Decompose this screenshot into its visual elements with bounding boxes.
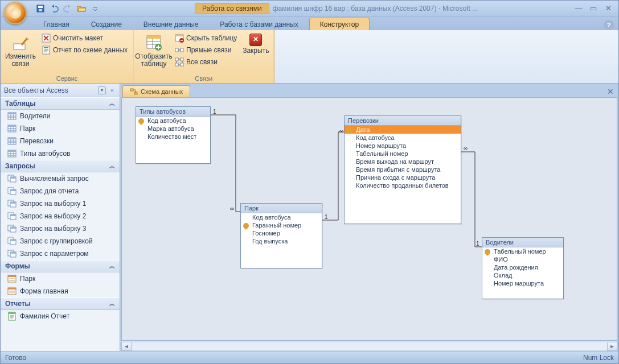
scroll-track[interactable]	[132, 342, 607, 351]
show-table-label: Отобразить таблицу	[135, 53, 172, 68]
nav-item-query[interactable]: Запрос на выборку 3	[1, 222, 120, 235]
table-field[interactable]: Код автобуса	[241, 213, 322, 221]
nav-item-query[interactable]: Запрос для отчета	[1, 185, 120, 197]
show-table-button[interactable]: Отобразить таблицу	[137, 32, 170, 69]
group-relationships-label: Связи	[137, 75, 270, 83]
nav-item-query[interactable]: Вычисляемый запрос	[1, 172, 120, 185]
table-icon	[7, 149, 17, 158]
nav-item-table[interactable]: Типы автобусов	[1, 147, 120, 160]
table-field[interactable]: Табельный номер	[345, 150, 461, 158]
ribbon-contextual: Изменить связи Очистить макет Отчет по с…	[1, 30, 274, 83]
table-field[interactable]: Номер маршрута	[482, 279, 563, 287]
table-field[interactable]: Количество мест	[136, 133, 210, 140]
query-icon	[7, 224, 17, 233]
table-title: Типы автобусов	[136, 107, 210, 117]
tab-database-tools[interactable]: Работа с базами данных	[209, 18, 309, 30]
close-relationships-button[interactable]: ✕ Закрыть	[241, 32, 270, 56]
table-bus-types[interactable]: Типы автобусов Код автобуса Марка автобу…	[136, 106, 211, 164]
qat-more-icon[interactable]	[89, 3, 101, 14]
nav-section-tables[interactable]: Таблицы︽	[1, 97, 120, 110]
nav-item-label: Вычисляемый запрос	[20, 175, 89, 183]
nav-section-queries[interactable]: Запросы︽	[1, 160, 120, 172]
ribbon: Изменить связи Очистить макет Отчет по с…	[1, 30, 618, 84]
table-field[interactable]: Марка автобуса	[136, 125, 210, 133]
table-field[interactable]: Время выхода на маршрут	[345, 158, 461, 166]
table-field[interactable]: Табельный номер	[482, 247, 563, 255]
table-field[interactable]: Оклад	[482, 271, 563, 279]
relationships-canvas[interactable]: 1∞ 1∞ ∞1 Типы автобусов Код автобуса Мар…	[121, 97, 617, 341]
tab-create[interactable]: Создание	[80, 18, 133, 30]
open-folder-icon[interactable]	[76, 3, 87, 14]
svg-rect-11	[175, 35, 183, 36]
edit-relationships-button[interactable]: Изменить связи	[4, 32, 37, 69]
minimize-button[interactable]: —	[572, 3, 585, 14]
horizontal-scrollbar[interactable]: ◄ ►	[121, 341, 617, 351]
nav-section-tables-label: Таблицы	[5, 100, 35, 107]
table-title: Водители	[482, 238, 563, 247]
table-field[interactable]: Дата рождения	[482, 263, 563, 271]
table-field[interactable]: Причина схода с маршрута	[345, 173, 461, 181]
svg-rect-13	[175, 48, 178, 52]
table-field[interactable]: Дата	[345, 126, 461, 134]
doc-tab-relationships[interactable]: Схема данных	[122, 85, 190, 97]
nav-item-query[interactable]: Запрос на выборку 1	[1, 197, 120, 210]
nav-item-label: Запрос с параметром	[20, 250, 89, 258]
nav-item-query[interactable]: Запрос с группировкой	[1, 235, 120, 247]
relationship-report-button[interactable]: Отчет по схеме данных	[39, 44, 130, 56]
document-tabs: Схема данных ✕	[120, 84, 618, 97]
office-button[interactable]	[4, 2, 27, 24]
nav-item-query[interactable]: Запрос на выборку 2	[1, 210, 120, 222]
tab-home[interactable]: Главная	[32, 18, 80, 30]
table-field[interactable]: ФИО	[482, 255, 563, 263]
table-field[interactable]: Время прибытия с маршрута	[345, 166, 461, 173]
nav-item-report[interactable]: Фамилия Отчет	[1, 310, 120, 322]
nav-item-form[interactable]: Парк	[1, 272, 120, 285]
table-field[interactable]: Номер маршрута	[345, 142, 461, 150]
doc-close-button[interactable]: ✕	[605, 86, 616, 97]
table-field[interactable]: Код автобуса	[345, 134, 461, 142]
nav-item-label: Запрос на выборку 1	[20, 200, 86, 208]
svg-rect-49	[8, 275, 16, 277]
tab-external-data[interactable]: Внешние данные	[133, 18, 210, 30]
save-icon[interactable]	[35, 3, 46, 14]
svg-rect-6	[44, 47, 48, 48]
table-park[interactable]: Парк Код автобуса Гаражный номер Госноме…	[240, 203, 322, 268]
hide-table-button[interactable]: Скрыть таблицу	[173, 32, 239, 44]
nav-dropdown-icon[interactable]: ▾	[98, 86, 106, 94]
nav-item-query[interactable]: Запрос с параметром	[1, 247, 120, 260]
edit-relationships-label: Изменить связи	[5, 53, 36, 68]
scroll-left-icon[interactable]: ◄	[121, 342, 132, 351]
table-field[interactable]: Гаражный номер	[241, 221, 322, 229]
show-table-icon	[145, 34, 163, 52]
table-field[interactable]: Код автобуса	[136, 117, 210, 125]
nav-item-label: Фамилия Отчет	[20, 312, 69, 320]
nav-collapse-icon[interactable]: «	[108, 86, 116, 94]
table-field[interactable]: Количество проданных билетов	[345, 181, 461, 189]
svg-rect-51	[9, 280, 15, 281]
undo-icon[interactable]	[48, 3, 60, 14]
svg-rect-54	[9, 291, 15, 292]
all-relationships-button[interactable]: Все связи	[173, 56, 239, 68]
table-field[interactable]: Госномер	[241, 229, 322, 237]
nav-item-table[interactable]: Водители	[1, 110, 120, 122]
svg-rect-24	[8, 138, 16, 139]
redo-icon[interactable]	[62, 3, 73, 14]
direct-relationships-button[interactable]: Прямые связи	[173, 44, 239, 56]
nav-section-forms[interactable]: Формы︽	[1, 260, 120, 272]
maximize-button[interactable]: ▭	[587, 3, 600, 14]
clear-layout-button[interactable]: Очистить макет	[39, 32, 130, 44]
nav-item-table[interactable]: Парк	[1, 122, 120, 135]
contextual-tab-label: Работа со связями	[195, 3, 269, 14]
nav-header[interactable]: Все объекты Access ▾ «	[1, 84, 120, 97]
nav-item-form[interactable]: Форма главная	[1, 285, 120, 297]
scroll-right-icon[interactable]: ►	[607, 342, 617, 351]
nav-item-table[interactable]: Перевозки	[1, 135, 120, 147]
status-left: Готово	[5, 354, 26, 362]
nav-section-reports[interactable]: Отчеты︽	[1, 297, 120, 310]
table-field[interactable]: Год выпуска	[241, 237, 322, 245]
table-drivers[interactable]: Водители Табельный номер ФИО Дата рожден…	[482, 237, 564, 299]
table-trips[interactable]: Перевозки Дата Код автобуса Номер маршру…	[344, 115, 461, 224]
help-icon[interactable]: ?	[604, 20, 614, 30]
close-button[interactable]: ✕	[601, 3, 615, 14]
tab-design[interactable]: Конструктор	[309, 18, 370, 30]
